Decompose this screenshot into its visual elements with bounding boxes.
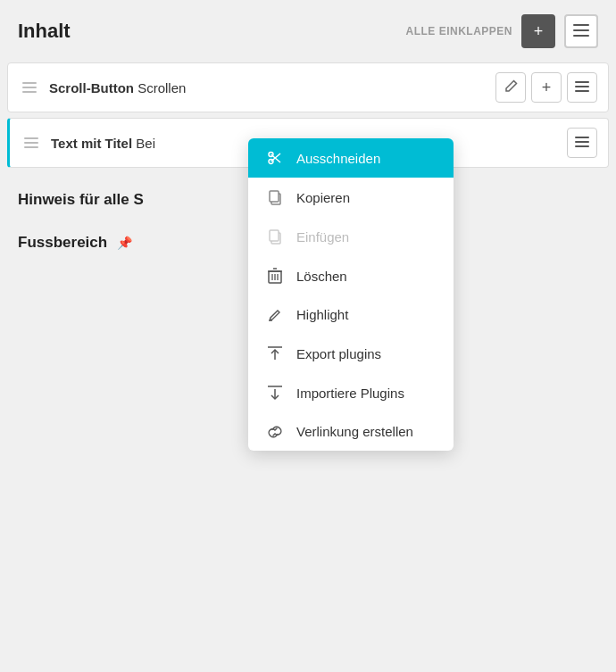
row-actions-1: +	[495, 72, 597, 103]
svg-line-12	[271, 153, 281, 162]
context-menu: Ausschneiden Kopieren Einfügen	[248, 138, 454, 451]
add-button[interactable]: +	[521, 14, 555, 48]
drag-handle-1[interactable]	[19, 80, 40, 95]
header-actions: ALLE EINKLAPPEN +	[405, 14, 598, 48]
context-menu-item-paste: Einfügen	[248, 217, 454, 256]
add-button-1[interactable]: +	[531, 72, 562, 103]
pin-icon: 📌	[117, 236, 132, 250]
svg-rect-16	[270, 230, 279, 241]
context-menu-item-delete[interactable]: Löschen	[248, 256, 454, 295]
menu-button[interactable]	[564, 14, 598, 48]
svg-rect-3	[575, 81, 589, 83]
row-scroll-button: Scroll-Button Scrollen +	[7, 62, 609, 112]
svg-rect-6	[575, 137, 589, 138]
page-title: Inhalt	[18, 20, 405, 43]
import-icon	[266, 385, 284, 401]
pen-icon	[266, 308, 284, 322]
menu-button-2[interactable]	[567, 128, 597, 158]
svg-rect-2	[573, 35, 589, 37]
main-panel: Inhalt ALLE EINKLAPPEN + Scroll	[0, 0, 616, 672]
plus-icon-1: +	[542, 79, 552, 97]
svg-line-11	[271, 154, 281, 162]
paste-icon	[266, 228, 284, 245]
context-menu-item-export[interactable]: Export plugins	[248, 334, 454, 373]
link-icon	[266, 425, 284, 439]
edit-button-1[interactable]	[495, 72, 526, 103]
context-menu-item-copy[interactable]: Kopieren	[248, 178, 454, 217]
context-menu-item-highlight[interactable]: Highlight	[248, 295, 454, 334]
context-menu-item-cut[interactable]: Ausschneiden	[248, 138, 454, 178]
header: Inhalt ALLE EINKLAPPEN +	[0, 0, 616, 62]
menu-button-1[interactable]	[567, 72, 597, 103]
hamburger-icon	[573, 22, 589, 41]
svg-rect-4	[575, 86, 589, 87]
svg-rect-5	[575, 90, 589, 92]
context-menu-item-link[interactable]: Verlinkung erstellen	[248, 412, 454, 451]
svg-rect-8	[575, 145, 589, 147]
plus-icon: +	[534, 22, 544, 41]
svg-rect-0	[573, 24, 589, 26]
scissors-icon	[266, 150, 284, 166]
svg-rect-1	[573, 29, 589, 31]
hamburger-icon-1	[575, 80, 589, 95]
collapse-all-button[interactable]: ALLE EINKLAPPEN	[405, 25, 512, 37]
hamburger-icon-2	[575, 136, 589, 150]
copy-icon	[266, 189, 284, 205]
row-actions-2	[567, 128, 597, 158]
drag-handle-2[interactable]	[21, 136, 42, 150]
pencil-icon	[504, 79, 518, 95]
context-menu-item-import[interactable]: Importiere Plugins	[248, 373, 454, 412]
svg-rect-14	[270, 191, 279, 202]
export-icon	[266, 345, 284, 361]
trash-icon	[266, 268, 284, 284]
svg-rect-7	[575, 141, 589, 143]
row-label-1: Scroll-Button Scrollen	[49, 80, 487, 95]
